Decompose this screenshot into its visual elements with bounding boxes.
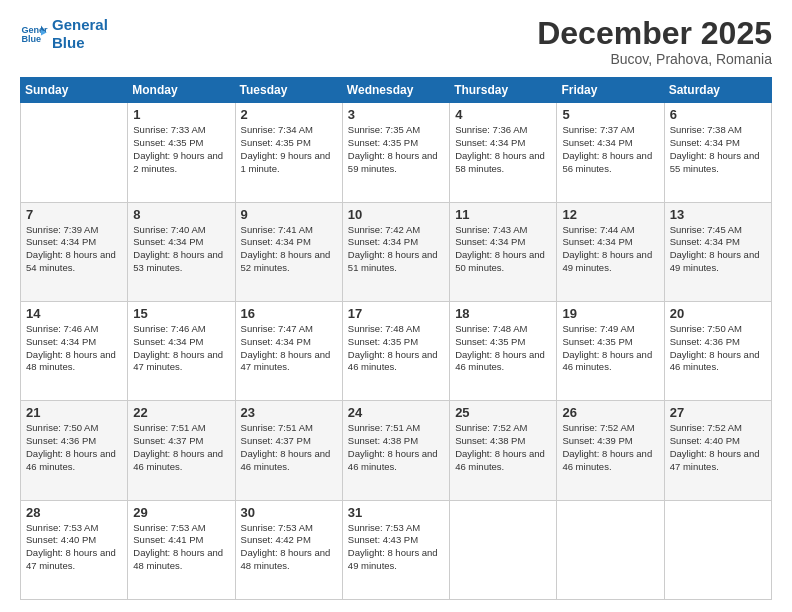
page: General Blue General Blue December 2025 … — [0, 0, 792, 612]
cell-sun-info: Sunrise: 7:43 AMSunset: 4:34 PMDaylight:… — [455, 224, 551, 275]
calendar-cell: 27Sunrise: 7:52 AMSunset: 4:40 PMDayligh… — [664, 401, 771, 500]
cell-day-number: 7 — [26, 207, 122, 222]
header-friday: Friday — [557, 78, 664, 103]
cell-sun-info: Sunrise: 7:53 AMSunset: 4:41 PMDaylight:… — [133, 522, 229, 573]
calendar-cell: 15Sunrise: 7:46 AMSunset: 4:34 PMDayligh… — [128, 301, 235, 400]
cell-sun-info: Sunrise: 7:46 AMSunset: 4:34 PMDaylight:… — [26, 323, 122, 374]
calendar-cell: 7Sunrise: 7:39 AMSunset: 4:34 PMDaylight… — [21, 202, 128, 301]
cell-sun-info: Sunrise: 7:52 AMSunset: 4:40 PMDaylight:… — [670, 422, 766, 473]
cell-sun-info: Sunrise: 7:33 AMSunset: 4:35 PMDaylight:… — [133, 124, 229, 175]
cell-sun-info: Sunrise: 7:36 AMSunset: 4:34 PMDaylight:… — [455, 124, 551, 175]
calendar-cell: 6Sunrise: 7:38 AMSunset: 4:34 PMDaylight… — [664, 103, 771, 202]
cell-day-number: 23 — [241, 405, 337, 420]
calendar-cell: 14Sunrise: 7:46 AMSunset: 4:34 PMDayligh… — [21, 301, 128, 400]
calendar-cell: 23Sunrise: 7:51 AMSunset: 4:37 PMDayligh… — [235, 401, 342, 500]
calendar-cell: 2Sunrise: 7:34 AMSunset: 4:35 PMDaylight… — [235, 103, 342, 202]
header-saturday: Saturday — [664, 78, 771, 103]
cell-day-number: 13 — [670, 207, 766, 222]
cell-sun-info: Sunrise: 7:44 AMSunset: 4:34 PMDaylight:… — [562, 224, 658, 275]
calendar-cell — [664, 500, 771, 599]
cell-sun-info: Sunrise: 7:52 AMSunset: 4:38 PMDaylight:… — [455, 422, 551, 473]
cell-day-number: 9 — [241, 207, 337, 222]
calendar-cell: 10Sunrise: 7:42 AMSunset: 4:34 PMDayligh… — [342, 202, 449, 301]
calendar-cell: 18Sunrise: 7:48 AMSunset: 4:35 PMDayligh… — [450, 301, 557, 400]
cell-day-number: 14 — [26, 306, 122, 321]
calendar-week-3: 14Sunrise: 7:46 AMSunset: 4:34 PMDayligh… — [21, 301, 772, 400]
cell-day-number: 27 — [670, 405, 766, 420]
calendar-cell: 5Sunrise: 7:37 AMSunset: 4:34 PMDaylight… — [557, 103, 664, 202]
calendar-week-4: 21Sunrise: 7:50 AMSunset: 4:36 PMDayligh… — [21, 401, 772, 500]
logo: General Blue General Blue — [20, 16, 108, 52]
cell-day-number: 29 — [133, 505, 229, 520]
cell-sun-info: Sunrise: 7:40 AMSunset: 4:34 PMDaylight:… — [133, 224, 229, 275]
cell-sun-info: Sunrise: 7:45 AMSunset: 4:34 PMDaylight:… — [670, 224, 766, 275]
cell-day-number: 10 — [348, 207, 444, 222]
cell-sun-info: Sunrise: 7:51 AMSunset: 4:37 PMDaylight:… — [241, 422, 337, 473]
cell-day-number: 15 — [133, 306, 229, 321]
cell-sun-info: Sunrise: 7:39 AMSunset: 4:34 PMDaylight:… — [26, 224, 122, 275]
header-tuesday: Tuesday — [235, 78, 342, 103]
calendar-cell — [21, 103, 128, 202]
cell-sun-info: Sunrise: 7:53 AMSunset: 4:40 PMDaylight:… — [26, 522, 122, 573]
calendar-cell — [557, 500, 664, 599]
cell-sun-info: Sunrise: 7:50 AMSunset: 4:36 PMDaylight:… — [26, 422, 122, 473]
cell-sun-info: Sunrise: 7:53 AMSunset: 4:42 PMDaylight:… — [241, 522, 337, 573]
cell-day-number: 11 — [455, 207, 551, 222]
cell-sun-info: Sunrise: 7:49 AMSunset: 4:35 PMDaylight:… — [562, 323, 658, 374]
cell-day-number: 24 — [348, 405, 444, 420]
calendar-cell: 17Sunrise: 7:48 AMSunset: 4:35 PMDayligh… — [342, 301, 449, 400]
header-sunday: Sunday — [21, 78, 128, 103]
calendar-cell: 24Sunrise: 7:51 AMSunset: 4:38 PMDayligh… — [342, 401, 449, 500]
cell-day-number: 5 — [562, 107, 658, 122]
cell-day-number: 1 — [133, 107, 229, 122]
calendar-cell: 31Sunrise: 7:53 AMSunset: 4:43 PMDayligh… — [342, 500, 449, 599]
calendar-cell: 13Sunrise: 7:45 AMSunset: 4:34 PMDayligh… — [664, 202, 771, 301]
cell-day-number: 30 — [241, 505, 337, 520]
calendar-cell: 26Sunrise: 7:52 AMSunset: 4:39 PMDayligh… — [557, 401, 664, 500]
calendar-cell: 21Sunrise: 7:50 AMSunset: 4:36 PMDayligh… — [21, 401, 128, 500]
calendar-cell: 29Sunrise: 7:53 AMSunset: 4:41 PMDayligh… — [128, 500, 235, 599]
cell-day-number: 2 — [241, 107, 337, 122]
calendar-cell — [450, 500, 557, 599]
month-title: December 2025 — [537, 16, 772, 51]
cell-sun-info: Sunrise: 7:53 AMSunset: 4:43 PMDaylight:… — [348, 522, 444, 573]
calendar-cell: 1Sunrise: 7:33 AMSunset: 4:35 PMDaylight… — [128, 103, 235, 202]
calendar-week-2: 7Sunrise: 7:39 AMSunset: 4:34 PMDaylight… — [21, 202, 772, 301]
calendar-cell: 20Sunrise: 7:50 AMSunset: 4:36 PMDayligh… — [664, 301, 771, 400]
svg-text:Blue: Blue — [21, 34, 41, 44]
header-wednesday: Wednesday — [342, 78, 449, 103]
location: Bucov, Prahova, Romania — [537, 51, 772, 67]
calendar-cell: 12Sunrise: 7:44 AMSunset: 4:34 PMDayligh… — [557, 202, 664, 301]
calendar-cell: 19Sunrise: 7:49 AMSunset: 4:35 PMDayligh… — [557, 301, 664, 400]
cell-sun-info: Sunrise: 7:41 AMSunset: 4:34 PMDaylight:… — [241, 224, 337, 275]
cell-sun-info: Sunrise: 7:35 AMSunset: 4:35 PMDaylight:… — [348, 124, 444, 175]
cell-sun-info: Sunrise: 7:46 AMSunset: 4:34 PMDaylight:… — [133, 323, 229, 374]
calendar-cell: 9Sunrise: 7:41 AMSunset: 4:34 PMDaylight… — [235, 202, 342, 301]
cell-day-number: 18 — [455, 306, 551, 321]
cell-sun-info: Sunrise: 7:37 AMSunset: 4:34 PMDaylight:… — [562, 124, 658, 175]
cell-sun-info: Sunrise: 7:38 AMSunset: 4:34 PMDaylight:… — [670, 124, 766, 175]
header-thursday: Thursday — [450, 78, 557, 103]
cell-day-number: 22 — [133, 405, 229, 420]
cell-day-number: 20 — [670, 306, 766, 321]
calendar-cell: 28Sunrise: 7:53 AMSunset: 4:40 PMDayligh… — [21, 500, 128, 599]
cell-sun-info: Sunrise: 7:51 AMSunset: 4:38 PMDaylight:… — [348, 422, 444, 473]
cell-day-number: 19 — [562, 306, 658, 321]
cell-day-number: 31 — [348, 505, 444, 520]
cell-day-number: 4 — [455, 107, 551, 122]
cell-day-number: 25 — [455, 405, 551, 420]
cell-day-number: 6 — [670, 107, 766, 122]
calendar-cell: 8Sunrise: 7:40 AMSunset: 4:34 PMDaylight… — [128, 202, 235, 301]
cell-day-number: 21 — [26, 405, 122, 420]
cell-sun-info: Sunrise: 7:50 AMSunset: 4:36 PMDaylight:… — [670, 323, 766, 374]
cell-sun-info: Sunrise: 7:48 AMSunset: 4:35 PMDaylight:… — [348, 323, 444, 374]
calendar-cell: 3Sunrise: 7:35 AMSunset: 4:35 PMDaylight… — [342, 103, 449, 202]
cell-day-number: 17 — [348, 306, 444, 321]
calendar-cell: 16Sunrise: 7:47 AMSunset: 4:34 PMDayligh… — [235, 301, 342, 400]
cell-sun-info: Sunrise: 7:48 AMSunset: 4:35 PMDaylight:… — [455, 323, 551, 374]
calendar-table: SundayMondayTuesdayWednesdayThursdayFrid… — [20, 77, 772, 600]
calendar-week-1: 1Sunrise: 7:33 AMSunset: 4:35 PMDaylight… — [21, 103, 772, 202]
cell-sun-info: Sunrise: 7:42 AMSunset: 4:34 PMDaylight:… — [348, 224, 444, 275]
cell-sun-info: Sunrise: 7:52 AMSunset: 4:39 PMDaylight:… — [562, 422, 658, 473]
cell-day-number: 8 — [133, 207, 229, 222]
